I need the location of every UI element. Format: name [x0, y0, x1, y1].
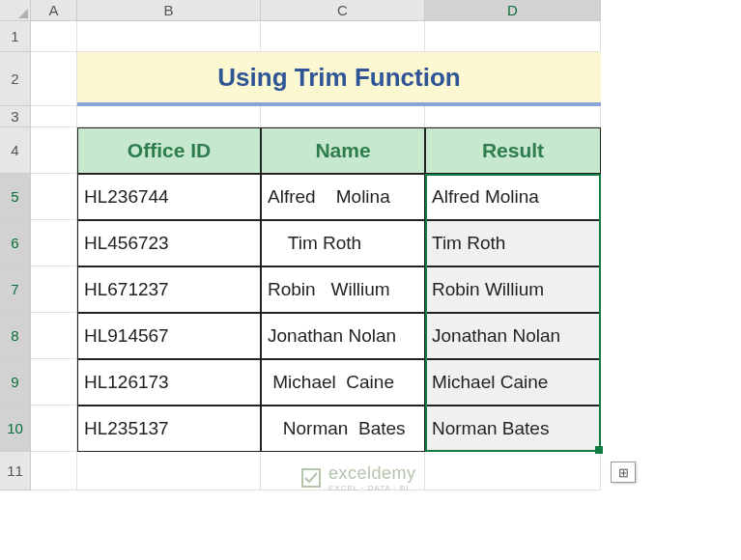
table-header-name[interactable]: Name: [261, 127, 425, 174]
cell-D11[interactable]: [425, 452, 601, 490]
cell-result[interactable]: Michael Caine: [425, 359, 601, 406]
cell-A6[interactable]: [31, 220, 77, 266]
cell-D1[interactable]: [425, 21, 601, 52]
col-header-D[interactable]: D: [425, 0, 601, 21]
row-header-3[interactable]: 3: [0, 106, 31, 127]
title-banner[interactable]: Using Trim Function: [77, 52, 601, 106]
logo-icon: [299, 466, 323, 490]
cell-B1[interactable]: [77, 21, 261, 52]
cell-office-id[interactable]: HL456723: [77, 220, 261, 266]
row-header-4[interactable]: 4: [0, 127, 31, 174]
row-header-1[interactable]: 1: [0, 21, 31, 52]
row-header-2[interactable]: 2: [0, 52, 31, 106]
cell-B3[interactable]: [77, 106, 261, 127]
cell-A10[interactable]: [31, 406, 77, 452]
row-header-11[interactable]: 11: [0, 452, 31, 490]
cell-office-id[interactable]: HL236744: [77, 174, 261, 220]
cell-A11[interactable]: [31, 452, 77, 490]
row-header-10[interactable]: 10: [0, 406, 31, 452]
spreadsheet-grid: A B C D 1 2 3 4 5 6 7 8 9 10 11 Using Tr…: [0, 0, 741, 490]
cell-A1[interactable]: [31, 21, 77, 52]
cell-B11[interactable]: [77, 452, 261, 490]
row-header-5[interactable]: 5: [0, 174, 31, 220]
cell-name[interactable]: Michael Caine: [261, 359, 425, 406]
cell-result[interactable]: Alfred Molina: [425, 174, 601, 220]
cell-name[interactable]: Alfred Molina: [261, 174, 425, 220]
cell-name[interactable]: Norman Bates: [261, 406, 425, 452]
cell-D3[interactable]: [425, 106, 601, 127]
page-title: Using Trim Function: [217, 63, 460, 93]
cell-name[interactable]: Tim Roth: [261, 220, 425, 266]
cell-A7[interactable]: [31, 266, 77, 313]
col-header-B[interactable]: B: [77, 0, 261, 21]
row-header-6[interactable]: 6: [0, 220, 31, 266]
row-header-9[interactable]: 9: [0, 359, 31, 406]
cell-name[interactable]: Robin Willium: [261, 266, 425, 313]
cell-office-id[interactable]: HL914567: [77, 313, 261, 359]
cell-result[interactable]: Norman Bates: [425, 406, 601, 452]
cell-A9[interactable]: [31, 359, 77, 406]
watermark-tagline: EXCEL · DATA · BI: [328, 484, 416, 492]
svg-rect-0: [302, 469, 320, 487]
select-all-corner[interactable]: [0, 0, 31, 21]
autofill-icon: ⊞: [618, 465, 629, 480]
watermark-name: exceldemy: [328, 463, 416, 484]
row-header-7[interactable]: 7: [0, 266, 31, 313]
col-header-A[interactable]: A: [31, 0, 77, 21]
cell-A2[interactable]: [31, 52, 77, 106]
cell-A8[interactable]: [31, 313, 77, 359]
cell-result[interactable]: Tim Roth: [425, 220, 601, 266]
cell-C3[interactable]: [261, 106, 425, 127]
cell-office-id[interactable]: HL235137: [77, 406, 261, 452]
row-header-8[interactable]: 8: [0, 313, 31, 359]
cell-A4[interactable]: [31, 127, 77, 174]
col-header-C[interactable]: C: [261, 0, 425, 21]
cell-result[interactable]: Robin Willium: [425, 266, 601, 313]
cell-name[interactable]: Jonathan Nolan: [261, 313, 425, 359]
cell-office-id[interactable]: HL671237: [77, 266, 261, 313]
table-header-office-id[interactable]: Office ID: [77, 127, 261, 174]
watermark: exceldemy EXCEL · DATA · BI: [299, 463, 416, 492]
table-header-result[interactable]: Result: [425, 127, 601, 174]
cell-A3[interactable]: [31, 106, 77, 127]
cell-result[interactable]: Jonathan Nolan: [425, 313, 601, 359]
cell-C1[interactable]: [261, 21, 425, 52]
autofill-options-button[interactable]: ⊞: [611, 462, 636, 483]
cell-A5[interactable]: [31, 174, 77, 220]
cell-office-id[interactable]: HL126173: [77, 359, 261, 406]
